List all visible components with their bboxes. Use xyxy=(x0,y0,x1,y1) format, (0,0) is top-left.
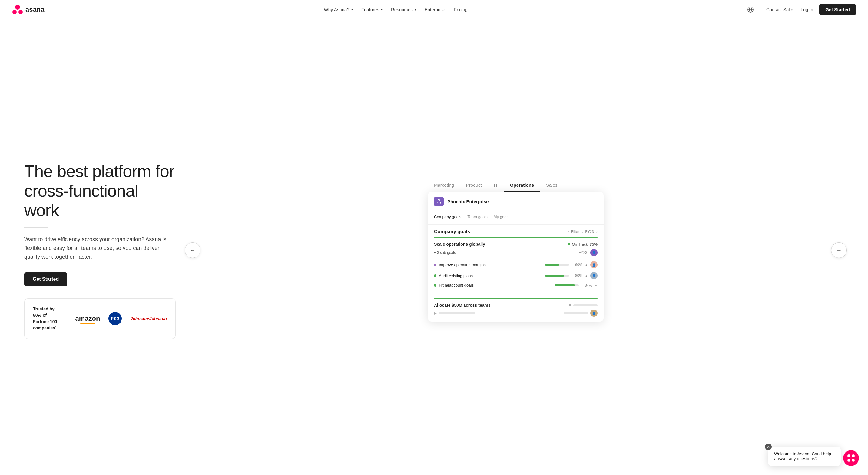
arrow-right-icon: → xyxy=(836,247,842,253)
goal-progress-bar xyxy=(434,237,597,238)
hero-subtitle: Want to drive efficiency across your org… xyxy=(24,235,176,261)
filter-button[interactable]: Filter xyxy=(566,230,579,234)
hero-divider xyxy=(24,227,49,228)
sub-goal-bar xyxy=(545,275,564,276)
nav-pricing[interactable]: Pricing xyxy=(454,7,468,12)
product-tabs: Marketing Product IT Operations Sales xyxy=(428,179,603,192)
sub-goal-name: Audit existing plans xyxy=(439,273,542,278)
goal2-sub-placeholder2 xyxy=(564,312,588,314)
tab-operations[interactable]: Operations xyxy=(504,179,540,192)
carousel-next-button[interactable]: → xyxy=(831,242,847,258)
get-started-button[interactable]: Get Started xyxy=(819,4,856,15)
goal2-sub-placeholder xyxy=(439,312,475,314)
company-avatar xyxy=(434,197,444,206)
goal-2: Allocate $50M across teams ▶ 👤 xyxy=(428,294,603,321)
goal2-sub-row: ▶ 👤 xyxy=(434,309,597,317)
logo-text: asana xyxy=(26,6,44,13)
sub-goal-bar-wrap xyxy=(555,284,579,286)
sub-goal-name: Improve operating margins xyxy=(439,263,542,267)
sub-goal-row: Hit headcount goals 84% ▲ xyxy=(434,281,597,289)
filter-row: Filter ‹ FY23 › xyxy=(566,230,597,234)
sub-goal-pct: 60% xyxy=(571,263,582,267)
chevron-right-icon: ▾ xyxy=(434,251,436,255)
tab-sales[interactable]: Sales xyxy=(540,179,564,192)
asana-logo-icon xyxy=(12,4,23,15)
goal-1: Scale operations globally On Track 75% ▾… xyxy=(428,237,603,294)
jj-logo: Johnson·Johnson xyxy=(130,316,167,321)
sub-goal-avatar: 👤 xyxy=(590,272,597,279)
nav-features[interactable]: Features ▾ xyxy=(361,7,382,12)
nav-right: Contact Sales Log In Get Started xyxy=(747,4,856,15)
trend-icon: ▲ xyxy=(585,263,588,267)
tab-it[interactable]: IT xyxy=(488,179,504,192)
arrow-left-icon: ← xyxy=(190,247,195,253)
goal2-placeholder xyxy=(573,304,597,306)
goal2-status xyxy=(569,304,597,306)
sub-goal-bar xyxy=(555,284,575,286)
company-name: Phoenix Enterprise xyxy=(447,199,489,204)
status-percent: 75% xyxy=(590,242,597,246)
sub-goal-dot xyxy=(434,274,436,277)
nav-divider xyxy=(760,7,760,13)
nav-why-asana[interactable]: Why Asana? ▾ xyxy=(324,7,353,12)
chevron-down-icon: ▾ xyxy=(381,8,382,11)
trust-logos: amazon P&G Johnson·Johnson xyxy=(75,312,167,325)
chat-close-button[interactable]: ✕ xyxy=(765,444,772,450)
sub-year: FY23 xyxy=(579,250,587,255)
goal2-avatar: 👤 xyxy=(590,309,597,317)
card-header: Phoenix Enterprise xyxy=(428,192,603,211)
card-section-header: Company goals Filter ‹ FY23 › xyxy=(428,225,603,237)
tab-marketing[interactable]: Marketing xyxy=(428,179,460,192)
asana-chat-icon xyxy=(847,454,855,462)
chat-bubble: ✕ Welcome to Asana! Can I help answer an… xyxy=(768,447,841,466)
trend-icon: ▲ xyxy=(594,283,597,287)
navigation: asana Why Asana? ▾ Features ▾ Resources … xyxy=(0,0,868,20)
section-title: Company goals xyxy=(434,229,470,235)
goal2-main-row: Allocate $50M across teams xyxy=(434,303,597,308)
pg-logo: P&G xyxy=(108,312,122,325)
hero-section: The best platform for cross-functional w… xyxy=(0,20,868,475)
trend-icon: ▲ xyxy=(585,274,588,277)
login-link[interactable]: Log In xyxy=(801,7,813,12)
sub-goal-dot xyxy=(434,264,436,266)
filter-icon xyxy=(566,230,570,234)
sub-goal-name: Hit headcount goals xyxy=(439,283,552,287)
chevron-right-icon[interactable]: › xyxy=(596,230,597,234)
tab-product[interactable]: Product xyxy=(460,179,488,192)
sub-goal-avatar: 👤 xyxy=(590,261,597,268)
goal2-title: Allocate $50M across teams xyxy=(434,303,491,308)
chevron-down-icon: ▾ xyxy=(351,8,353,11)
logo[interactable]: asana xyxy=(12,4,44,15)
svg-point-2 xyxy=(19,10,23,14)
sub-goal-row: Improve operating margins 60% ▲ 👤 xyxy=(434,259,597,270)
sub-goal-pct: 80% xyxy=(571,273,582,278)
trust-box: Trusted by 80% ofFortune 100 companies¹ … xyxy=(24,298,176,339)
year-selector[interactable]: FY23 xyxy=(585,230,594,234)
chat-icon-button[interactable] xyxy=(843,450,859,466)
sub-goal-dot xyxy=(434,284,436,286)
status-dot xyxy=(567,243,570,245)
chat-message: Welcome to Asana! Can I help answer any … xyxy=(774,451,835,461)
card-tab-company-goals[interactable]: Company goals xyxy=(434,214,461,222)
sub-avatar: 👤 xyxy=(590,249,597,256)
carousel-prev-button[interactable]: ← xyxy=(185,242,200,258)
hero-cta-button[interactable]: Get Started xyxy=(24,272,67,286)
card-tabs: Company goals Team goals My goals xyxy=(428,211,603,225)
svg-point-6 xyxy=(438,199,440,201)
sub-goal-bar xyxy=(545,264,559,266)
sub-goal-row: Audit existing plans 80% ▲ 👤 xyxy=(434,270,597,281)
dashboard-card: Phoenix Enterprise Company goals Team go… xyxy=(428,192,603,321)
product-section: Marketing Product IT Operations Sales Ph… xyxy=(428,179,603,321)
goal-main-row: Scale operations globally On Track 75% xyxy=(434,242,597,246)
contact-sales-link[interactable]: Contact Sales xyxy=(766,7,795,12)
card-tab-team-goals[interactable]: Team goals xyxy=(467,214,487,222)
trust-text: Trusted by 80% ofFortune 100 companies¹ xyxy=(33,306,68,331)
chevron-right-icon: ▶ xyxy=(434,311,437,315)
nav-resources[interactable]: Resources ▾ xyxy=(391,7,416,12)
nav-enterprise[interactable]: Enterprise xyxy=(425,7,445,12)
status-label: On Track xyxy=(572,242,588,246)
globe-icon[interactable] xyxy=(747,6,754,13)
card-tab-my-goals[interactable]: My goals xyxy=(494,214,509,222)
sub-goals-row: ▾ 3 sub-goals FY23 👤 xyxy=(434,249,597,256)
chevron-left-icon[interactable]: ‹ xyxy=(582,230,583,234)
